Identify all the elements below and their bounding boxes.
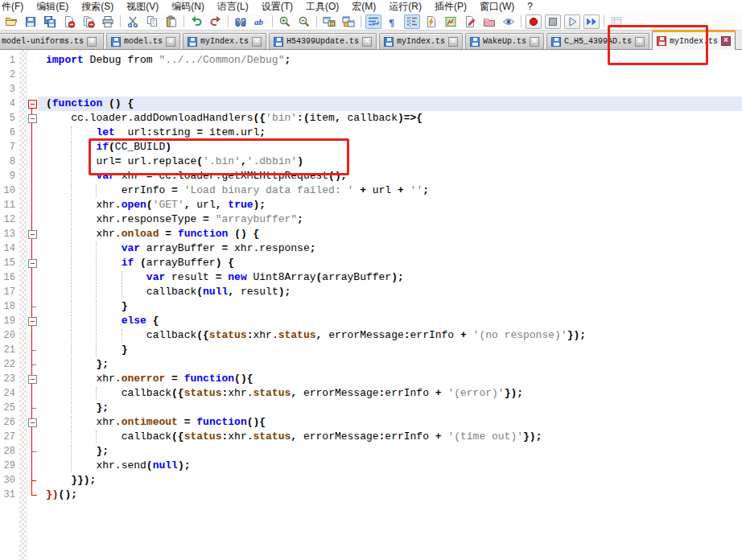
- show-indent-guide-icon[interactable]: [404, 14, 420, 29]
- menu-run[interactable]: 运行(R): [382, 0, 428, 13]
- code-line[interactable]: callback(null, result);: [39, 285, 742, 299]
- fold-toggle[interactable]: [28, 230, 37, 239]
- code-line[interactable]: xhr.send(null);: [39, 459, 742, 473]
- fold-toggle[interactable]: [28, 375, 37, 384]
- cut-icon[interactable]: [125, 14, 141, 29]
- menu-macro[interactable]: 宏(M): [345, 0, 382, 13]
- tab-myindex-ts[interactable]: myIndex.ts×: [183, 33, 266, 49]
- tab-close-icon[interactable]: ×: [87, 37, 97, 47]
- code-line[interactable]: };: [39, 357, 742, 372]
- fold-gutter[interactable]: [27, 50, 39, 560]
- macro-run-multiple-icon[interactable]: [583, 14, 600, 29]
- editor[interactable]: 1234567891011121314151617181920212223242…: [0, 50, 742, 560]
- code-line[interactable]: var result = new Uint8Array(arrayBuffer)…: [39, 270, 742, 285]
- tab-close-icon[interactable]: ×: [362, 37, 372, 47]
- code-line[interactable]: let url:string = item.url;: [39, 126, 742, 140]
- code-line[interactable]: if (arrayBuffer) {: [39, 256, 742, 270]
- tab-myindex-ts[interactable]: myIndex.ts×: [379, 33, 463, 49]
- zoom-out-icon[interactable]: [296, 14, 312, 29]
- code-line[interactable]: xhr.open('GET', url, true);: [39, 198, 742, 212]
- find-icon[interactable]: [233, 14, 249, 29]
- code-line[interactable]: xhr.onerror = function(){: [39, 372, 742, 386]
- menu-file[interactable]: 件(F): [0, 0, 30, 13]
- file-monitoring-icon[interactable]: [501, 14, 517, 29]
- code-line[interactable]: callback({status:xhr.status, errorMessag…: [39, 386, 742, 401]
- code-line[interactable]: errInfo = 'Load binary data failed: ' + …: [39, 183, 742, 198]
- show-all-characters-icon[interactable]: ¶: [385, 14, 401, 29]
- code-line[interactable]: cc.loader.addDownloadHandlers({'bin':(it…: [39, 111, 742, 126]
- tab-h54399update-ts[interactable]: H54399Update.ts×: [269, 33, 377, 49]
- code-line[interactable]: [39, 82, 742, 97]
- sync-vertical-scroll-icon[interactable]: [321, 14, 337, 29]
- paste-icon[interactable]: [163, 14, 179, 29]
- tab-myindex-ts-active[interactable]: myIndex.ts×: [652, 30, 736, 50]
- menu-view[interactable]: 视图(V): [120, 0, 165, 13]
- code-line[interactable]: var arrayBuffer = xhr.response;: [39, 241, 742, 256]
- code-line[interactable]: url= url.replace('.bin','.dbbin'): [39, 154, 742, 169]
- tab-close-icon[interactable]: ×: [166, 37, 175, 47]
- menu-edit[interactable]: 编辑(E): [30, 0, 75, 13]
- menu-help[interactable]: ?: [521, 0, 539, 13]
- fold-toggle[interactable]: [28, 259, 37, 268]
- print-icon[interactable]: [100, 14, 116, 29]
- function-list-icon[interactable]: [423, 14, 439, 29]
- macro-record-icon[interactable]: [526, 14, 542, 29]
- code-line[interactable]: else {: [39, 314, 742, 328]
- fold-toggle[interactable]: [28, 418, 37, 427]
- fold-toggle[interactable]: [28, 317, 37, 326]
- sync-horizontal-scroll-icon[interactable]: [340, 14, 357, 29]
- tab-close-icon[interactable]: ×: [721, 36, 731, 46]
- menu-tools[interactable]: 工具(O): [299, 0, 345, 13]
- open-file-icon[interactable]: [3, 14, 19, 29]
- menu-language[interactable]: 语言(L): [211, 0, 255, 13]
- replace-icon[interactable]: ab: [252, 14, 268, 29]
- indent-guide: [71, 300, 72, 313]
- code-line[interactable]: };: [39, 401, 742, 415]
- tab-c-h5-4399ad-ts[interactable]: C_H5_4399AD.ts×: [546, 33, 649, 49]
- code-line[interactable]: };: [39, 444, 742, 459]
- redo-icon[interactable]: [208, 14, 224, 29]
- menu-window[interactable]: 窗口(W): [473, 0, 521, 13]
- document-switcher-icon[interactable]: [462, 14, 478, 29]
- menu-settings[interactable]: 设置(T): [255, 0, 299, 13]
- code-line[interactable]: })();: [39, 488, 742, 502]
- macro-playback-icon[interactable]: [564, 14, 580, 29]
- tab-close-icon[interactable]: ×: [252, 37, 262, 47]
- tab-close-icon[interactable]: ×: [448, 37, 458, 47]
- code-line[interactable]: }: [39, 299, 742, 314]
- macro-stop-icon[interactable]: [545, 14, 561, 29]
- tab-wakeup-ts[interactable]: WakeUp.ts×: [465, 33, 544, 49]
- document-map-icon[interactable]: [443, 14, 459, 29]
- code-line[interactable]: xhr.responseType = "arraybuffer";: [39, 212, 742, 227]
- code-line[interactable]: xhr.ontimeout = function(){: [39, 415, 742, 430]
- tab-model-ts[interactable]: model.ts×: [106, 33, 180, 49]
- close-file-icon[interactable]: [61, 14, 77, 29]
- undo-icon[interactable]: [188, 14, 204, 29]
- code-line[interactable]: }: [39, 343, 742, 357]
- copy-icon[interactable]: [144, 14, 160, 29]
- folder-as-workspace-icon[interactable]: [481, 14, 497, 29]
- word-wrap-icon[interactable]: [365, 14, 381, 29]
- code-line[interactable]: }});: [39, 473, 742, 488]
- code-line[interactable]: [39, 68, 742, 82]
- code-line[interactable]: callback({status:xhr.status, errorMessag…: [39, 328, 742, 343]
- tab-model-uniforms-ts[interactable]: model-uniforms.ts×: [0, 33, 104, 49]
- close-all-icon[interactable]: [80, 14, 97, 29]
- tab-close-icon[interactable]: ×: [635, 37, 645, 47]
- code-area[interactable]: import Debug from "../../Common/Debug";(…: [39, 50, 742, 560]
- code-line[interactable]: (function () {: [39, 97, 742, 111]
- fold-toggle[interactable]: [28, 114, 37, 123]
- tab-close-icon[interactable]: ×: [530, 37, 539, 47]
- menu-search[interactable]: 搜索(S): [75, 0, 120, 13]
- code-line[interactable]: if(CC_BUILD): [39, 140, 742, 154]
- code-line[interactable]: callback({status:xhr.status, errorMessag…: [39, 430, 742, 444]
- fold-toggle[interactable]: [28, 100, 37, 109]
- code-line[interactable]: var xhr = cc.loader.getXMLHttpRequest(),: [39, 169, 742, 183]
- code-line[interactable]: import Debug from "../../Common/Debug";: [39, 53, 742, 68]
- save-all-icon[interactable]: [42, 14, 58, 29]
- zoom-in-icon[interactable]: [277, 14, 293, 29]
- menu-plugins[interactable]: 插件(P): [428, 0, 473, 13]
- menu-encoding[interactable]: 编码(N): [165, 0, 211, 13]
- save-file-icon[interactable]: [23, 14, 39, 29]
- code-line[interactable]: xhr.onload = function () {: [39, 227, 742, 241]
